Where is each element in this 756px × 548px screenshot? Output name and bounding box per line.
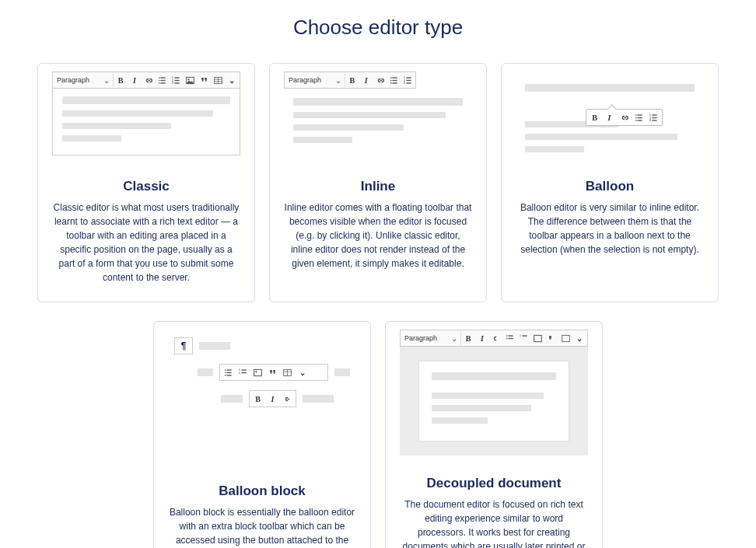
- paragraph-dropdown: Paragraph: [285, 73, 345, 87]
- numbered-list-icon: 123: [170, 73, 184, 87]
- paragraph-dropdown: Paragraph: [401, 331, 461, 345]
- svg-rect-52: [254, 369, 262, 375]
- italic-icon: I: [359, 73, 373, 87]
- svg-rect-19: [392, 77, 397, 78]
- blockquote-icon: [197, 73, 211, 87]
- decoupled-title: Decoupled document: [427, 476, 562, 491]
- card-decoupled[interactable]: Paragraph B I 1 ⌄ De: [385, 321, 603, 548]
- link-icon: [280, 391, 295, 407]
- card-row-1: Paragraph B I 123 ⌄ Classic Classic edit…: [23, 63, 733, 302]
- svg-point-18: [390, 77, 392, 79]
- bold-icon: B: [114, 73, 128, 87]
- svg-rect-51: [241, 372, 246, 372]
- svg-rect-64: [562, 335, 569, 341]
- balloon-block-title: Balloon block: [219, 483, 305, 499]
- paragraph-dropdown: Paragraph: [54, 73, 114, 87]
- decoupled-page: [418, 361, 569, 442]
- svg-text:3: 3: [404, 82, 405, 85]
- svg-rect-63: [534, 335, 542, 341]
- svg-rect-25: [406, 77, 411, 78]
- svg-rect-31: [637, 114, 642, 115]
- numbered-list-icon: 12: [236, 365, 250, 380]
- svg-point-44: [225, 372, 226, 373]
- bold-icon: B: [250, 391, 265, 407]
- svg-rect-58: [509, 335, 513, 336]
- table-icon: [280, 365, 295, 380]
- svg-rect-45: [226, 372, 231, 372]
- bulleted-list-icon: [503, 331, 517, 345]
- bulleted-list-icon: [221, 365, 236, 380]
- svg-point-59: [506, 337, 508, 339]
- svg-rect-1: [161, 77, 166, 78]
- page-title: Choose editor type: [23, 16, 733, 40]
- italic-icon: I: [128, 73, 142, 87]
- image-icon: [250, 365, 265, 380]
- svg-rect-9: [174, 79, 179, 80]
- inline-preview: Paragraph B I 123: [284, 72, 472, 165]
- table-icon: [211, 73, 225, 87]
- svg-rect-60: [509, 337, 513, 338]
- dropdown-icon: ⌄: [225, 73, 239, 87]
- svg-text:2: 2: [239, 371, 240, 374]
- balloon-block-toolbar-2: B I: [249, 390, 296, 407]
- svg-text:3: 3: [172, 82, 173, 85]
- classic-toolbar: Paragraph B I 123 ⌄: [52, 72, 240, 89]
- italic-icon: I: [602, 110, 617, 125]
- decoupled-desc: The document editor is focused on rich t…: [400, 497, 588, 548]
- image-icon: [530, 331, 544, 345]
- svg-point-2: [159, 79, 160, 81]
- classic-desc: Classic editor is what most users tradit…: [52, 201, 240, 284]
- card-classic[interactable]: Paragraph B I 123 ⌄ Classic Classic edit…: [37, 63, 255, 302]
- card-balloon-block[interactable]: ¶ 12 ⌄ B I: [153, 321, 371, 548]
- svg-rect-33: [637, 117, 642, 117]
- numbered-list-icon: 1: [517, 331, 531, 345]
- bold-icon: B: [461, 331, 475, 345]
- svg-point-30: [635, 114, 637, 116]
- bold-icon: B: [345, 73, 359, 87]
- svg-rect-35: [637, 120, 642, 120]
- balloon-block-preview: ¶ 12 ⌄ B I: [168, 330, 356, 469]
- inline-title: Inline: [361, 179, 395, 194]
- svg-point-4: [159, 82, 160, 84]
- table-icon: [558, 331, 572, 345]
- svg-text:3: 3: [649, 119, 651, 122]
- card-inline[interactable]: Paragraph B I 123 Inline Inline editor c…: [269, 63, 487, 302]
- link-icon: [142, 73, 156, 87]
- italic-icon: I: [265, 391, 280, 407]
- card-row-2: ¶ 12 ⌄ B I: [23, 321, 733, 548]
- svg-rect-29: [406, 82, 411, 83]
- balloon-toolbar: B I 123: [586, 109, 663, 126]
- image-icon: [183, 73, 197, 87]
- balloon-desc: Balloon editor is very similar to inline…: [516, 201, 704, 257]
- card-balloon[interactable]: B I 123 Balloon Balloon editor is very s…: [501, 63, 719, 302]
- svg-rect-27: [406, 79, 411, 80]
- svg-point-20: [390, 79, 392, 81]
- svg-rect-47: [226, 375, 231, 375]
- blockquote-icon: [544, 331, 558, 345]
- inline-content: [284, 89, 472, 159]
- inline-toolbar: Paragraph B I 123: [284, 72, 416, 89]
- link-icon: [617, 110, 632, 125]
- pilcrow-icon: ¶: [174, 337, 193, 354]
- svg-rect-5: [161, 82, 166, 83]
- svg-rect-37: [652, 114, 656, 115]
- bold-icon: B: [587, 110, 602, 125]
- svg-point-0: [159, 77, 160, 79]
- svg-rect-3: [161, 79, 166, 80]
- svg-rect-23: [392, 82, 397, 83]
- svg-rect-21: [392, 79, 397, 80]
- balloon-block-toolbar-1: 12 ⌄: [219, 364, 328, 381]
- svg-rect-7: [174, 77, 179, 78]
- svg-point-34: [635, 120, 637, 121]
- balloon-title: Balloon: [586, 179, 634, 194]
- balloon-block-desc: Balloon block is essentially the balloon…: [168, 505, 356, 548]
- italic-icon: I: [475, 331, 489, 345]
- svg-point-32: [635, 117, 637, 118]
- svg-rect-43: [226, 369, 231, 370]
- svg-rect-62: [522, 335, 527, 336]
- svg-point-42: [225, 369, 226, 371]
- decoupled-preview: Paragraph B I 1 ⌄: [400, 330, 588, 462]
- inline-desc: Inline editor comes with a floating tool…: [284, 201, 472, 271]
- link-icon: [489, 331, 503, 345]
- svg-point-46: [225, 375, 226, 376]
